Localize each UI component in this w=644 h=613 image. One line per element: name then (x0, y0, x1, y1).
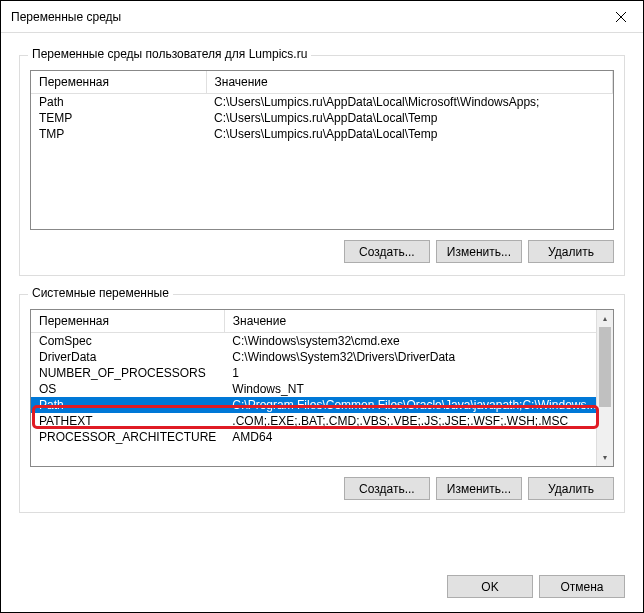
user-edit-button[interactable]: Изменить... (436, 240, 522, 263)
table-row[interactable]: TEMPC:\Users\Lumpics.ru\AppData\Local\Te… (31, 110, 613, 126)
table-row[interactable]: PathC:\Program Files\Common Files\Oracle… (31, 397, 613, 413)
table-row[interactable]: NUMBER_OF_PROCESSORS1 (31, 365, 613, 381)
user-button-row: Создать... Изменить... Удалить (30, 240, 614, 263)
environment-variables-dialog: Переменные среды Переменные среды пользо… (0, 0, 644, 613)
user-col-variable[interactable]: Переменная (31, 71, 206, 94)
window-title: Переменные среды (11, 10, 121, 24)
user-variables-table[interactable]: Переменная Значение PathC:\Users\Lumpics… (31, 71, 613, 142)
user-delete-button[interactable]: Удалить (528, 240, 614, 263)
table-row[interactable]: PROCESSOR_ARCHITECTUREAMD64 (31, 429, 613, 445)
user-variables-table-wrap: Переменная Значение PathC:\Users\Lumpics… (30, 70, 614, 230)
table-row[interactable]: PathC:\Users\Lumpics.ru\AppData\Local\Mi… (31, 94, 613, 111)
system-scrollbar[interactable]: ▴ ▾ (596, 310, 613, 466)
scroll-thumb[interactable] (599, 327, 611, 407)
user-new-button[interactable]: Создать... (344, 240, 430, 263)
titlebar: Переменные среды (1, 1, 643, 33)
scroll-up-icon[interactable]: ▴ (597, 310, 613, 327)
system-delete-button[interactable]: Удалить (528, 477, 614, 500)
table-row[interactable]: OSWindows_NT (31, 381, 613, 397)
system-edit-button[interactable]: Изменить... (436, 477, 522, 500)
dialog-content: Переменные среды пользователя для Lumpic… (1, 33, 643, 563)
close-icon (616, 12, 626, 22)
system-new-button[interactable]: Создать... (344, 477, 430, 500)
table-row[interactable]: PATHEXT.COM;.EXE;.BAT;.CMD;.VBS;.VBE;.JS… (31, 413, 613, 429)
sys-col-variable[interactable]: Переменная (31, 310, 224, 333)
system-variables-table[interactable]: Переменная Значение ComSpecC:\Windows\sy… (31, 310, 613, 445)
user-group-label: Переменные среды пользователя для Lumpic… (28, 47, 311, 61)
dialog-footer: OK Отмена (1, 563, 643, 612)
table-row[interactable]: ComSpecC:\Windows\system32\cmd.exe (31, 333, 613, 350)
user-col-value[interactable]: Значение (206, 71, 613, 94)
ok-button[interactable]: OK (447, 575, 533, 598)
close-button[interactable] (598, 1, 643, 32)
cancel-button[interactable]: Отмена (539, 575, 625, 598)
sys-col-value[interactable]: Значение (224, 310, 612, 333)
system-variables-group: Системные переменные Переменная Значение… (19, 294, 625, 513)
user-variables-group: Переменные среды пользователя для Lumpic… (19, 55, 625, 276)
system-button-row: Создать... Изменить... Удалить (30, 477, 614, 500)
table-row[interactable]: DriverDataC:\Windows\System32\Drivers\Dr… (31, 349, 613, 365)
table-row[interactable]: TMPC:\Users\Lumpics.ru\AppData\Local\Tem… (31, 126, 613, 142)
system-group-label: Системные переменные (28, 286, 173, 300)
scroll-down-icon[interactable]: ▾ (597, 449, 613, 466)
system-variables-table-wrap: Переменная Значение ComSpecC:\Windows\sy… (30, 309, 614, 467)
